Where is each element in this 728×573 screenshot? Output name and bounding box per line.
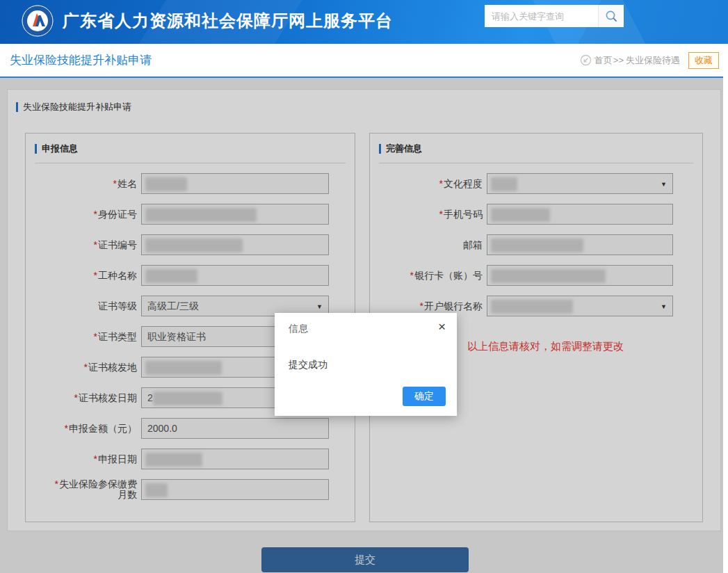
dialog-message: 提交成功 (289, 359, 327, 371)
emblem-icon (21, 4, 54, 38)
search-box (485, 5, 624, 27)
search-input[interactable] (485, 5, 598, 27)
content-area: 失业保险技能提升补贴申请 申报信息 *姓名*身份证号*证书编号*工种名称证书等级… (0, 78, 723, 573)
breadcrumb-current[interactable]: 失业保险待遇 (626, 54, 680, 67)
title-bar: 失业保险技能提升补贴申请 首页 >> 失业保险待遇 收藏 (0, 44, 723, 78)
dialog-title: 信息 (289, 323, 308, 335)
page-title: 失业保险技能提升补贴申请 (10, 44, 152, 76)
search-icon (605, 10, 618, 23)
app-title: 广东省人力资源和社会保障厅网上服务平台 (63, 0, 393, 44)
search-button[interactable] (598, 5, 624, 27)
home-arrow-icon (580, 54, 592, 66)
breadcrumb-home[interactable]: 首页 (594, 54, 613, 67)
confirm-button[interactable]: 确定 (403, 387, 446, 406)
favorite-button[interactable]: 收藏 (688, 52, 719, 69)
breadcrumb-separator: >> (613, 55, 624, 65)
close-icon[interactable]: × (438, 320, 446, 333)
breadcrumb: 首页 >> 失业保险待遇 收藏 (580, 44, 719, 76)
app-header: 广东省人力资源和社会保障厅网上服务平台 (0, 0, 728, 44)
message-dialog: 信息 × 提交成功 确定 (275, 313, 457, 416)
